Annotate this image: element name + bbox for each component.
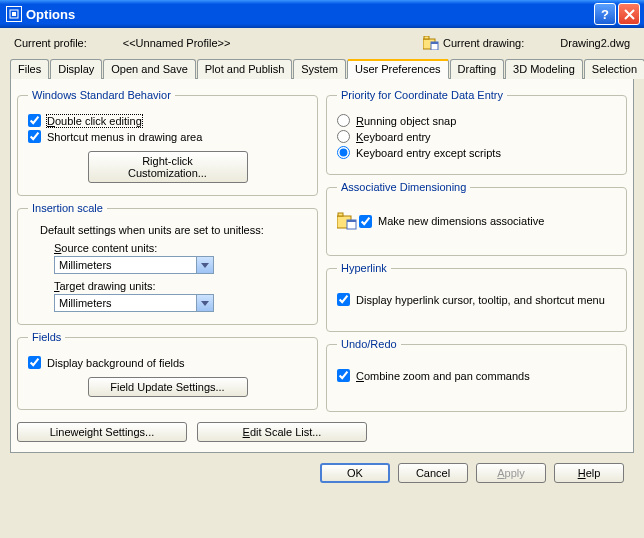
- apply-button[interactable]: Apply: [476, 463, 546, 483]
- dropdown-icon: [196, 295, 213, 311]
- group-legend: Insertion scale: [28, 202, 107, 214]
- cancel-button[interactable]: Cancel: [398, 463, 468, 483]
- group-insertion-scale: Insertion scale Default settings when un…: [17, 202, 318, 325]
- tab-3d-modeling[interactable]: 3D Modeling: [505, 59, 583, 79]
- tab-plot-and-publish[interactable]: Plot and Publish: [197, 59, 293, 79]
- current-drawing-label: Current drawing:: [443, 37, 524, 49]
- display-hyperlink-cursor-label[interactable]: Display hyperlink cursor, tooltip, and s…: [356, 294, 605, 306]
- group-windows-standard-behavior: Windows Standard Behavior Double click e…: [17, 89, 318, 196]
- window-title: Options: [26, 7, 592, 22]
- lineweight-settings-button[interactable]: Lineweight Settings...: [17, 422, 187, 442]
- dialog-button-row: OK Cancel Apply Help: [10, 453, 634, 483]
- svg-rect-3: [424, 36, 429, 39]
- display-hyperlink-cursor-checkbox[interactable]: [337, 293, 350, 306]
- keyboard-entry-radio[interactable]: [337, 130, 350, 143]
- source-content-units-label: Source content units:: [54, 242, 307, 254]
- help-button[interactable]: Help: [554, 463, 624, 483]
- make-new-dimensions-associative-checkbox[interactable]: [359, 215, 372, 228]
- title-bar: Options ?: [0, 0, 644, 28]
- keyboard-except-scripts-radio[interactable]: [337, 146, 350, 159]
- profile-bar: Current profile: <<Unnamed Profile>> Cur…: [10, 34, 634, 56]
- current-profile-value: <<Unnamed Profile>>: [123, 37, 231, 49]
- tab-files[interactable]: Files: [10, 59, 49, 79]
- target-drawing-units-value: Millimeters: [55, 295, 196, 311]
- svg-rect-9: [347, 220, 356, 222]
- combine-zoom-pan-label[interactable]: Combine zoom and pan commands: [356, 370, 530, 382]
- svg-rect-1: [12, 12, 16, 16]
- group-legend: Fields: [28, 331, 65, 343]
- shortcut-menus-label[interactable]: Shortcut menus in drawing area: [47, 131, 202, 143]
- display-background-fields-label[interactable]: Display background of fields: [47, 357, 185, 369]
- right-click-customization-button[interactable]: Right-click Customization...: [88, 151, 248, 183]
- drawing-icon: [423, 36, 439, 50]
- keyboard-entry-label[interactable]: Keyboard entry: [356, 131, 431, 143]
- group-legend: Undo/Redo: [337, 338, 401, 350]
- source-content-units-value: Millimeters: [55, 257, 196, 273]
- current-drawing-value: Drawing2.dwg: [560, 37, 630, 49]
- tab-selection[interactable]: Selection: [584, 59, 644, 79]
- double-click-editing-label[interactable]: Double click editing: [47, 115, 142, 127]
- tab-system[interactable]: System: [293, 59, 346, 79]
- tab-drafting[interactable]: Drafting: [450, 59, 505, 79]
- running-object-snap-radio[interactable]: [337, 114, 350, 127]
- running-object-snap-label[interactable]: Running object snap: [356, 115, 456, 127]
- app-icon: [6, 6, 22, 22]
- field-update-settings-button[interactable]: Field Update Settings...: [88, 377, 248, 397]
- dimension-icon: [337, 212, 357, 230]
- ok-button[interactable]: OK: [320, 463, 390, 483]
- tab-user-preferences[interactable]: User Preferences: [347, 59, 449, 79]
- help-titlebar-button[interactable]: ?: [594, 3, 616, 25]
- display-background-fields-checkbox[interactable]: [28, 356, 41, 369]
- source-content-units-select[interactable]: Millimeters: [54, 256, 214, 274]
- current-profile-label: Current profile:: [14, 37, 87, 49]
- make-new-dimensions-associative-label[interactable]: Make new dimensions associative: [378, 215, 544, 227]
- svg-rect-7: [338, 213, 343, 216]
- close-button[interactable]: [618, 3, 640, 25]
- edit-scale-list-button[interactable]: Edit Scale List...: [197, 422, 367, 442]
- tab-panel-user-preferences: Windows Standard Behavior Double click e…: [10, 79, 634, 453]
- tab-open-and-save[interactable]: Open and Save: [103, 59, 195, 79]
- group-fields: Fields Display background of fields Fiel…: [17, 331, 318, 410]
- group-associative-dimensioning: Associative Dimensioning Make new dimens…: [326, 181, 627, 256]
- target-drawing-units-select[interactable]: Millimeters: [54, 294, 214, 312]
- group-undo-redo: Undo/Redo Combine zoom and pan commands: [326, 338, 627, 412]
- group-priority-coordinate-entry: Priority for Coordinate Data Entry Runni…: [326, 89, 627, 175]
- dropdown-icon: [196, 257, 213, 273]
- target-drawing-units-label: Target drawing units:: [54, 280, 307, 292]
- tab-strip: Files Display Open and Save Plot and Pub…: [10, 58, 634, 79]
- keyboard-except-scripts-label[interactable]: Keyboard entry except scripts: [356, 147, 501, 159]
- group-legend: Windows Standard Behavior: [28, 89, 175, 101]
- double-click-editing-checkbox[interactable]: [28, 114, 41, 127]
- group-hyperlink: Hyperlink Display hyperlink cursor, tool…: [326, 262, 627, 332]
- tab-display[interactable]: Display: [50, 59, 102, 79]
- shortcut-menus-checkbox[interactable]: [28, 130, 41, 143]
- insertion-scale-defaults-text: Default settings when units are set to u…: [40, 224, 307, 236]
- svg-rect-5: [431, 42, 438, 44]
- group-legend: Associative Dimensioning: [337, 181, 470, 193]
- combine-zoom-pan-checkbox[interactable]: [337, 369, 350, 382]
- group-legend: Hyperlink: [337, 262, 391, 274]
- group-legend: Priority for Coordinate Data Entry: [337, 89, 507, 101]
